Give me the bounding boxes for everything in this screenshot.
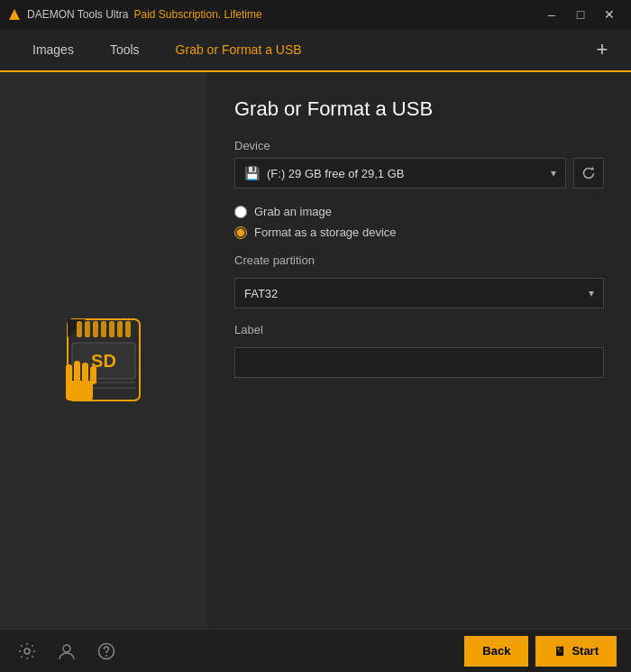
svg-rect-6 [101,321,106,337]
window-controls: – □ ✕ [537,0,624,29]
chevron-down-icon: ▾ [551,167,556,180]
titlebar: DAEMON Tools Ultra Paid Subscription. Li… [0,0,631,29]
usb-sd-illustration: SD [45,292,162,410]
svg-point-19 [24,649,30,654]
svg-rect-5 [93,321,98,337]
settings-button[interactable] [14,639,40,664]
back-button[interactable]: Back [464,636,528,667]
profile-button[interactable] [54,639,79,664]
svg-rect-17 [82,363,88,384]
nav-tools[interactable]: Tools [92,28,158,71]
partition-value: FAT32 [244,287,278,300]
footer-left [14,639,119,664]
device-icon: 💾 [244,166,260,180]
help-button[interactable] [94,639,119,664]
label-label: Label [234,323,604,336]
left-panel: SD [0,72,207,629]
svg-point-22 [105,655,107,657]
svg-rect-9 [125,321,131,337]
navbar-left: Images Tools Grab or Format a USB [14,28,320,71]
radio-format-input[interactable] [234,226,247,239]
svg-rect-18 [90,366,96,384]
device-dropdown[interactable]: 💾 (F:) 29 GB free of 29,1 GB ▾ [234,158,566,189]
device-row: 💾 (F:) 29 GB free of 29,1 GB ▾ [234,158,604,189]
start-button[interactable]: 🖥 Start [535,636,617,667]
svg-rect-15 [66,364,72,384]
minimize-button[interactable]: – [537,0,566,29]
svg-rect-7 [109,321,114,337]
navbar: Images Tools Grab or Format a USB + [0,29,631,72]
nav-images[interactable]: Images [14,28,92,71]
device-section: Device 💾 (F:) 29 GB free of 29,1 GB ▾ [234,139,604,189]
add-button[interactable]: + [588,35,617,64]
radio-format-storage[interactable]: Format as a storage device [234,226,604,239]
device-value: (F:) 29 GB free of 29,1 GB [267,167,404,180]
maximize-button[interactable]: □ [566,0,595,29]
settings-icon [18,642,36,660]
refresh-icon [581,166,596,180]
radio-grab-image[interactable]: Grab an image [234,205,604,218]
main-content: SD Grab or Format a USB Device [0,72,631,629]
app-logo [7,7,22,22]
label-input[interactable] [234,347,604,378]
right-panel: Grab or Format a USB Device 💾 (F:) 29 GB… [207,72,631,629]
start-label: Start [572,644,599,658]
label-section: Label [234,323,604,378]
svg-point-20 [63,645,70,652]
refresh-button[interactable] [573,158,604,189]
radio-group: Grab an image Format as a storage device [234,205,604,239]
partition-section: Create partition FAT32 ▾ [234,253,604,308]
app-name: DAEMON Tools Ultra [27,8,128,21]
partition-chevron-icon: ▾ [589,287,594,299]
svg-rect-8 [117,321,123,337]
help-icon [97,642,115,660]
device-label: Device [234,139,604,152]
device-select-inner: 💾 (F:) 29 GB free of 29,1 GB [244,166,404,180]
close-button[interactable]: ✕ [595,0,624,29]
radio-grab-input[interactable] [234,206,247,218]
titlebar-left: DAEMON Tools Ultra Paid Subscription. Li… [7,7,262,22]
page-title: Grab or Format a USB [234,97,604,121]
svg-rect-16 [74,361,80,384]
subscription-badge: Paid Subscription. Lifetime [133,8,261,21]
svg-rect-3 [77,321,82,337]
svg-rect-4 [85,321,90,337]
nav-grab-format[interactable]: Grab or Format a USB [158,28,320,71]
profile-icon [58,642,76,660]
footer: Back 🖥 Start [0,629,631,672]
radio-format-label: Format as a storage device [254,226,397,239]
partition-dropdown[interactable]: FAT32 ▾ [234,278,604,308]
footer-right: Back 🖥 Start [464,636,617,667]
start-icon: 🖥 [553,644,566,658]
svg-marker-0 [9,9,20,20]
radio-grab-label: Grab an image [254,205,332,218]
partition-label: Create partition [234,253,604,267]
